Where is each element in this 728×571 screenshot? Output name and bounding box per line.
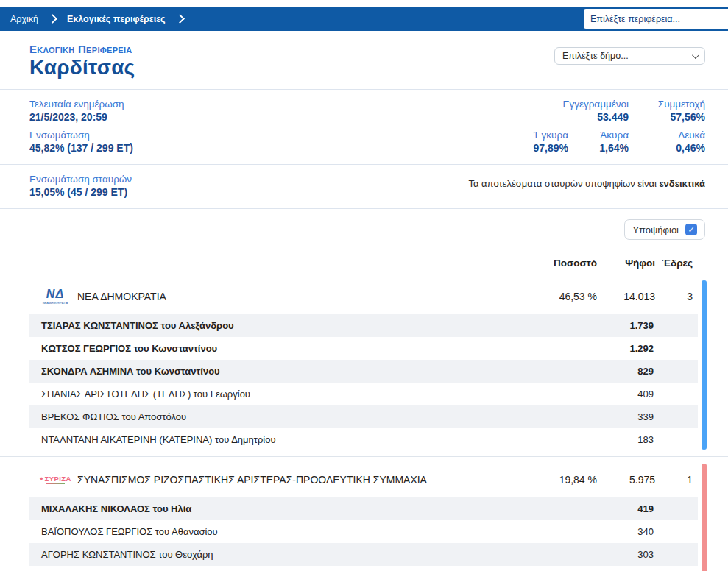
candidate-name: ΚΩΤΣΟΣ ΓΕΩΡΓΙΟΣ του Κωνσταντίνου <box>41 343 217 354</box>
turnout-label: Συμμετοχή <box>648 99 705 110</box>
candidate-list: ΜΙΧΑΛΑΚΗΣ ΝΙΚΟΛΑΟΣ του Ηλία 419 ΒΑΪΟΠΟΥΛ… <box>29 497 707 566</box>
candidates-toggle-label: Υποψήφιοι <box>632 224 679 235</box>
candidate-row[interactable]: ΚΩΤΣΟΣ ΓΕΩΡΓΙΟΣ του Κωνσταντίνου 1.292 <box>29 337 698 360</box>
page-header: Εκλογική Περιφέρεια Καρδίτσας Επιλέξτε δ… <box>0 31 728 89</box>
party-percent: 46,53 % <box>516 291 597 302</box>
percent-header: Ποσοστό <box>516 258 597 269</box>
candidate-votes: 303 <box>637 549 654 560</box>
candidate-row[interactable]: ΣΚΟΝΔΡΑ ΑΣΗΜΙΝΑ του Κωνσταντίνου 829 <box>29 360 698 383</box>
candidate-votes: 1.292 <box>629 343 654 354</box>
candidate-row[interactable]: ΤΣΙΑΡΑΣ ΚΩΝΣΤΑΝΤΙΝΟΣ του Αλεξάνδρου 1.73… <box>29 314 698 337</box>
crosses-value: 15,05% (45 / 299 ΕΤ) <box>29 186 132 198</box>
breadcrumb-districts[interactable]: Εκλογικές περιφέρειες <box>67 14 166 24</box>
candidate-votes: 409 <box>637 389 654 400</box>
chevron-down-icon <box>692 52 699 59</box>
integration-value: 45,82% (137 / 299 ΕΤ) <box>29 142 133 154</box>
candidate-name: ΝΤΑΛΝΤΑΝΗ ΑΙΚΑΤΕΡΙΝΗ (ΚΑΤΕΡΙΝΑ) του Δημη… <box>41 434 276 445</box>
party-votes: 14.013 <box>597 291 655 302</box>
integration-label: Ενσωμάτωση <box>29 130 133 141</box>
star-icon: ★ <box>39 476 43 482</box>
candidate-row[interactable]: ΣΠΑΝΙΑΣ ΑΡΙΣΤΟΤΕΛΗΣ (ΤΕΛΗΣ) του Γεωργίου… <box>29 383 698 405</box>
valid-label: Έγκυρα <box>524 130 568 141</box>
breadcrumb-home[interactable]: Αρχική <box>10 14 38 24</box>
invalid-label: Άκυρα <box>587 130 629 141</box>
crosses-section: Ενσωμάτωση σταυρών 15,05% (45 / 299 ΕΤ) … <box>0 165 728 209</box>
district-eyebrow: Εκλογική Περιφέρεια <box>29 43 135 55</box>
candidate-row[interactable]: ΒΡΕΚΟΣ ΦΩΤΙΟΣ του Αποστόλου 339 <box>29 405 698 428</box>
party-name: ΣΥΝΑΣΠΙΣΜΟΣ ΡΙΖΟΣΠΑΣΤΙΚΗΣ ΑΡΙΣΤΕΡΑΣ-ΠΡΟΟ… <box>77 474 427 486</box>
candidate-votes: 183 <box>637 434 654 445</box>
party-color-bar <box>702 464 707 571</box>
page-title: Καρδίτσας <box>29 56 135 79</box>
candidate-row[interactable]: ΜΙΧΑΛΑΚΗΣ ΝΙΚΟΛΑΟΣ του Ηλία 419 <box>29 497 698 520</box>
chevron-right-icon <box>48 14 57 24</box>
parties-list: ΝΔΝΕΑ ΔΗΜΟΚΡΑΤΙΑ ΝΕΑ ΔΗΜΟΚΡΑΤΙΑ 46,53 % … <box>0 279 728 571</box>
candidate-name: ΜΙΧΑΛΑΚΗΣ ΝΙΚΟΛΑΟΣ του Ηλία <box>41 503 191 514</box>
party-name: ΝΕΑ ΔΗΜΟΚΡΑΤΙΑ <box>77 291 166 302</box>
stats-section: Τελευταία ενημέρωση 21/5/2023, 20:59 Ενσ… <box>0 89 728 165</box>
party-percent: 19,84 % <box>516 474 597 486</box>
invalid-value: 1,64% <box>587 142 629 154</box>
last-update-value: 21/5/2023, 20:59 <box>29 111 133 123</box>
candidate-votes: 340 <box>637 526 654 537</box>
candidates-toggle[interactable]: Υποψήφιοι ✓ <box>624 219 705 240</box>
valid-value: 97,89% <box>524 142 568 154</box>
more-candidates-row: 3 ακόμα υποψήφιοι ... › <box>29 566 698 571</box>
candidate-name: ΣΚΟΝΔΡΑ ΑΣΗΜΙΝΑ του Κωνσταντίνου <box>41 366 220 377</box>
candidate-name: ΒΡΕΚΟΣ ΦΩΤΙΟΣ του Αποστόλου <box>41 411 186 422</box>
turnout-value: 57,56% <box>648 111 705 123</box>
party-logo-slot: ΝΔΝΕΑ ΔΗΜΟΚΡΑΤΙΑ <box>40 288 70 305</box>
candidate-votes: 419 <box>637 503 654 514</box>
votes-header: Ψήφοι <box>597 258 655 269</box>
municipality-select[interactable]: Επιλέξτε δήμο... <box>554 47 705 65</box>
party-color-bar <box>702 280 707 450</box>
crosses-note-text: Τα αποτελέσματα σταυρών υποψηφίων είναι <box>468 178 659 189</box>
top-navbar: Αρχική Εκλογικές περιφέρειες <box>0 7 728 31</box>
syriza-logo: ★ΣΥΡΙΖΑ <box>39 475 71 485</box>
last-update-label: Τελευταία ενημέρωση <box>29 99 133 110</box>
party-logo-slot: ★ΣΥΡΙΖΑ <box>40 475 70 485</box>
candidate-row[interactable]: ΒΑΪΟΠΟΥΛΟΣ ΓΕΩΡΓΙΟΣ του Αθανασίου 340 <box>29 520 698 543</box>
party-seats: 3 <box>655 291 693 302</box>
candidate-row[interactable]: ΝΤΑΛΝΤΑΝΗ ΑΙΚΑΤΕΡΙΝΗ (ΚΑΤΕΡΙΝΑ) του Δημη… <box>29 428 698 451</box>
party-row[interactable]: ★ΣΥΡΙΖΑ ΣΥΝΑΣΠΙΣΜΟΣ ΡΙΖΟΣΠΑΣΤΙΚΗΣ ΑΡΙΣΤΕ… <box>29 462 698 497</box>
crosses-label: Ενσωμάτωση σταυρών <box>29 174 132 185</box>
registered-value: 53.449 <box>540 111 629 123</box>
party-section: ★ΣΥΡΙΖΑ ΣΥΝΑΣΠΙΣΜΟΣ ΡΙΖΟΣΠΑΣΤΙΚΗΣ ΑΡΙΣΤΕ… <box>29 462 707 571</box>
municipality-select-value: Επιλέξτε δήμο... <box>562 51 629 61</box>
candidate-name: ΒΑΪΟΠΟΥΛΟΣ ΓΕΩΡΓΙΟΣ του Αθανασίου <box>41 526 218 537</box>
blank-value: 0,46% <box>648 142 705 154</box>
candidate-name: ΣΠΑΝΙΑΣ ΑΡΙΣΤΟΤΕΛΗΣ (ΤΕΛΗΣ) του Γεωργίου <box>41 389 250 400</box>
section-divider <box>0 456 728 457</box>
region-search-input[interactable] <box>584 9 728 29</box>
nd-logo: ΝΔΝΕΑ ΔΗΜΟΚΡΑΤΙΑ <box>43 288 68 305</box>
party-row[interactable]: ΝΔΝΕΑ ΔΗΜΟΚΡΑΤΙΑ ΝΕΑ ΔΗΜΟΚΡΑΤΙΑ 46,53 % … <box>29 279 698 314</box>
crosses-note-emphasis[interactable]: ενδεικτικά <box>659 178 705 189</box>
candidate-list: ΤΣΙΑΡΑΣ ΚΩΝΣΤΑΝΤΙΝΟΣ του Αλεξάνδρου 1.73… <box>29 314 707 451</box>
registered-label: Εγγεγραμμένοι <box>540 99 629 110</box>
toggle-row: Υποψήφιοι ✓ <box>0 209 728 240</box>
crosses-note: Τα αποτελέσματα σταυρών υποψηφίων είναι … <box>468 178 705 189</box>
checkbox-checked-icon[interactable]: ✓ <box>685 224 697 235</box>
party-seats: 1 <box>655 474 693 486</box>
candidate-votes: 829 <box>637 366 654 377</box>
party-votes: 5.975 <box>597 474 655 486</box>
chevron-right-icon <box>175 14 185 24</box>
seats-header: Έδρες <box>655 258 693 269</box>
party-section: ΝΔΝΕΑ ΔΗΜΟΚΡΑΤΙΑ ΝΕΑ ΔΗΜΟΚΡΑΤΙΑ 46,53 % … <box>29 279 707 451</box>
blank-label: Λευκά <box>648 130 705 141</box>
candidate-votes: 339 <box>637 411 654 422</box>
candidate-name: ΤΣΙΑΡΑΣ ΚΩΝΣΤΑΝΤΙΝΟΣ του Αλεξάνδρου <box>41 320 234 331</box>
candidate-row[interactable]: ΑΓΟΡΗΣ ΚΩΝΣΤΑΝΤΙΝΟΣ του Θεοχάρη 303 <box>29 543 698 566</box>
candidate-name: ΑΓΟΡΗΣ ΚΩΝΣΤΑΝΤΙΝΟΣ του Θεοχάρη <box>41 549 213 560</box>
results-table-header: Ποσοστό Ψήφοι Έδρες <box>29 258 698 269</box>
candidate-votes: 1.739 <box>629 320 654 331</box>
